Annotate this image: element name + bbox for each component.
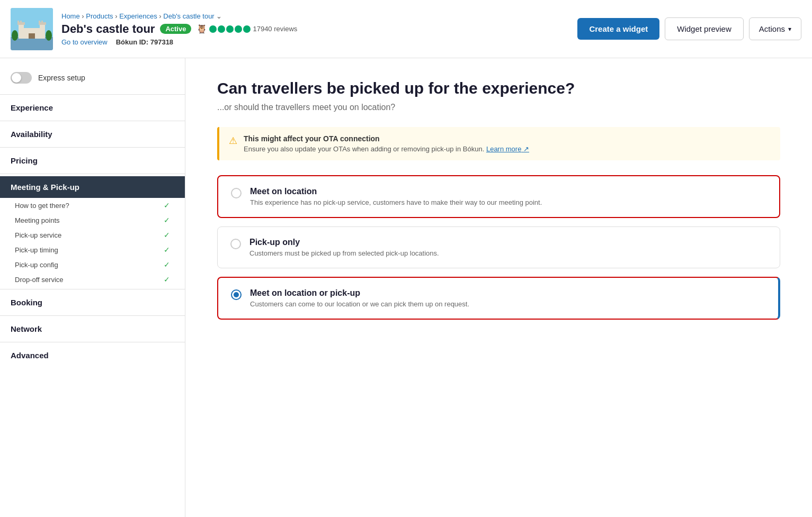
header-actions: Create a widget Widget preview Actions ▾ xyxy=(577,17,801,40)
page-title: Deb's castle tour xyxy=(61,22,155,36)
svg-rect-10 xyxy=(20,21,22,23)
sidebar-sub-how-to-get-there[interactable]: How to get there? ✓ xyxy=(0,198,185,213)
svg-point-13 xyxy=(12,30,18,41)
check-icon: ✓ xyxy=(164,216,170,224)
reviews-count: 17940 reviews xyxy=(253,25,297,33)
sidebar-item-advanced[interactable]: Advanced xyxy=(0,344,185,366)
create-widget-button[interactable]: Create a widget xyxy=(577,18,659,40)
option-meet-or-pickup[interactable]: Meet on location or pick-up Customers ca… xyxy=(217,277,780,320)
sidebar-item-experience[interactable]: Experience xyxy=(0,97,185,119)
express-setup-toggle[interactable]: Express setup xyxy=(0,67,185,92)
chevron-down-icon: ▾ xyxy=(788,25,791,33)
check-icon: ✓ xyxy=(164,246,170,254)
main-content: Can travellers be picked up for the expe… xyxy=(185,58,812,517)
option-content: Meet on location or pick-up Customers ca… xyxy=(250,288,469,308)
sidebar-divider-1 xyxy=(0,94,185,95)
sidebar-divider-5 xyxy=(0,289,185,289)
bokun-id-label: Bókun ID: 797318 xyxy=(116,38,173,46)
widget-preview-button[interactable]: Widget preview xyxy=(665,17,744,40)
express-setup-switch[interactable] xyxy=(11,72,32,84)
warning-text: This might affect your OTA connection En… xyxy=(244,134,529,153)
option-description: This experience has no pick-up service, … xyxy=(250,198,542,206)
breadcrumb-tour[interactable]: Deb's castle tour xyxy=(163,12,214,20)
option-title: Pick-up only xyxy=(249,238,439,247)
option-description: Customers must be picked up from selecte… xyxy=(249,249,439,257)
svg-rect-11 xyxy=(39,21,40,23)
sidebar-sub-label: How to get there? xyxy=(15,202,69,210)
option-pickup-only[interactable]: Pick-up only Customers must be picked up… xyxy=(217,226,780,268)
svg-rect-8 xyxy=(29,33,35,39)
radio-meet-on-location[interactable] xyxy=(231,188,242,198)
sidebar-sub-pickup-config[interactable]: Pick-up config ✓ xyxy=(0,257,185,272)
sidebar-sub-label: Pick-up config xyxy=(15,261,58,269)
sidebar-divider-6 xyxy=(0,315,185,316)
warning-body: Ensure you also update your OTAs when ad… xyxy=(244,145,529,153)
warning-icon: ⚠ xyxy=(229,135,237,147)
option-content: Pick-up only Customers must be picked up… xyxy=(249,238,439,257)
sidebar-divider-2 xyxy=(0,121,185,121)
ota-warning-box: ⚠ This might affect your OTA connection … xyxy=(217,127,780,160)
check-icon: ✓ xyxy=(164,201,170,210)
svg-rect-5 xyxy=(40,24,45,39)
sidebar-sub-meeting-points[interactable]: Meeting points ✓ xyxy=(0,213,185,228)
actions-button[interactable]: Actions ▾ xyxy=(749,17,801,40)
sidebar-item-network[interactable]: Network xyxy=(0,318,185,340)
learn-more-link[interactable]: Learn more ↗ xyxy=(486,145,529,153)
radio-meet-or-pickup[interactable] xyxy=(231,289,242,300)
radio-pickup-only[interactable] xyxy=(230,239,241,249)
ta-dots xyxy=(209,25,251,33)
main-subtitle: ...or should the travellers meet you on … xyxy=(217,103,780,112)
sidebar-sub-label: Drop-off service xyxy=(15,276,64,284)
option-title: Meet on location xyxy=(250,187,542,196)
status-badge: Active xyxy=(160,24,191,34)
express-setup-label: Express setup xyxy=(38,74,85,82)
main-title: Can travellers be picked up for the expe… xyxy=(217,79,780,97)
goto-overview-link[interactable]: Go to overview xyxy=(61,38,108,46)
breadcrumb-experiences[interactable]: Experiences xyxy=(119,12,157,20)
body-layout: Express setup Experience Availability Pr… xyxy=(0,58,812,517)
sidebar-divider-3 xyxy=(0,147,185,148)
sidebar-item-booking[interactable]: Booking xyxy=(0,292,185,313)
option-content: Meet on location This experience has no … xyxy=(250,187,542,206)
sidebar-sub-pickup-timing[interactable]: Pick-up timing ✓ xyxy=(0,242,185,257)
sidebar: Express setup Experience Availability Pr… xyxy=(0,58,185,517)
sidebar-sub-pickup-service[interactable]: Pick-up service ✓ xyxy=(0,228,185,242)
check-icon: ✓ xyxy=(164,260,170,269)
sidebar-sub-dropoff-service[interactable]: Drop-off service ✓ xyxy=(0,272,185,287)
svg-rect-12 xyxy=(41,21,43,23)
sidebar-item-meeting-pickup[interactable]: Meeting & Pick-up xyxy=(0,176,185,198)
product-image xyxy=(11,8,53,50)
header-subline: Go to overview Bókun ID: 797318 xyxy=(61,38,577,46)
check-icon: ✓ xyxy=(164,231,170,239)
page-header: Home › Products › Experiences › Deb's ca… xyxy=(0,0,812,58)
option-title: Meet on location or pick-up xyxy=(250,288,469,298)
svg-rect-9 xyxy=(17,21,19,23)
sidebar-sub-label: Pick-up timing xyxy=(15,246,58,254)
bokun-id-value: 797318 xyxy=(150,38,173,46)
breadcrumb: Home › Products › Experiences › Deb's ca… xyxy=(61,12,577,20)
toggle-knob xyxy=(12,73,21,83)
sidebar-item-pricing[interactable]: Pricing xyxy=(0,150,185,171)
sidebar-divider-4 xyxy=(0,174,185,174)
sidebar-sub-label: Pick-up service xyxy=(15,231,61,239)
header-info: Home › Products › Experiences › Deb's ca… xyxy=(61,12,577,46)
warning-heading: This might affect your OTA connection xyxy=(244,134,529,143)
svg-point-14 xyxy=(46,30,52,41)
breadcrumb-products[interactable]: Products xyxy=(86,12,113,20)
check-icon: ✓ xyxy=(164,275,170,284)
sidebar-divider-7 xyxy=(0,342,185,342)
breadcrumb-home[interactable]: Home xyxy=(61,12,80,20)
sidebar-sub-label: Meeting points xyxy=(15,216,60,224)
option-description: Customers can come to our location or we… xyxy=(250,300,469,308)
svg-rect-3 xyxy=(19,24,24,39)
option-meet-on-location[interactable]: Meet on location This experience has no … xyxy=(217,175,780,218)
radio-inner xyxy=(234,292,239,297)
sidebar-item-availability[interactable]: Availability xyxy=(0,123,185,145)
tripadvisor-rating: 🦉 17940 reviews xyxy=(197,24,297,34)
